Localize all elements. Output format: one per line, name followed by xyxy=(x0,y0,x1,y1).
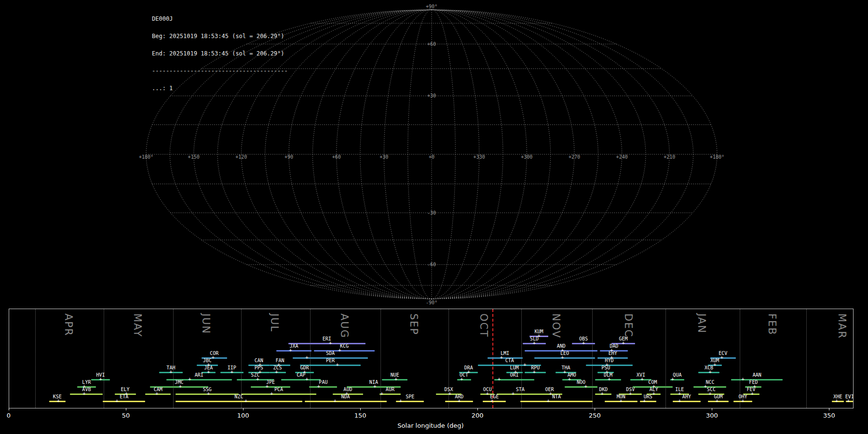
shower-bar-ege xyxy=(483,401,506,402)
shower-peak-xvi: + xyxy=(640,377,644,382)
shower-label-zcs: ZCS xyxy=(273,366,282,370)
shower-label-jbc: JBC xyxy=(203,358,212,363)
shower-label-jpe: JPE xyxy=(266,380,275,385)
map-lon-label: +150 xyxy=(188,154,200,160)
shower-peak-amo: + xyxy=(568,377,571,382)
map-lon-label: +60 xyxy=(332,154,341,160)
month-boundary-line xyxy=(806,309,807,408)
map-lon-label: +120 xyxy=(235,154,247,160)
shower-peak-jmc: + xyxy=(179,384,182,389)
info-block: DE000J Beg: 20251019 18:53:45 (sol = 206… xyxy=(152,4,288,103)
shower-peak-evi: + xyxy=(847,399,850,404)
shower-bar-urs xyxy=(640,401,656,402)
shower-peak-dlm: + xyxy=(608,377,611,382)
shower-label-iip: IIP xyxy=(228,366,236,370)
shower-bar-oct xyxy=(457,379,471,380)
shower-bar-per xyxy=(300,365,361,366)
x-tick-label: 150 xyxy=(354,412,366,419)
map-lon-label: +330 xyxy=(474,154,485,160)
shower-label-nzc: NZC xyxy=(234,394,243,399)
end-time-line: End: 20251019 18:53:45 (sol = 206.29°) xyxy=(152,51,288,56)
x-tick xyxy=(243,408,244,410)
shower-peak-xcb: + xyxy=(708,370,712,375)
shower-peak-ari: + xyxy=(188,377,191,382)
month-label-may: MAY xyxy=(132,313,143,338)
map-lon-label: +30 xyxy=(380,154,388,160)
shower-peak-nzc: + xyxy=(244,399,248,404)
shower-peak-jea: + xyxy=(207,370,210,375)
shower-label-fan: FAN xyxy=(275,358,284,363)
sky-map: +180°+150+120+90+60+30+0+330+300+270+240… xyxy=(0,0,868,309)
shower-label-lyr: LYR xyxy=(82,380,91,385)
shower-label-ahy: AHY xyxy=(682,394,691,399)
shower-label-nue: NUE xyxy=(391,373,399,378)
shower-label-xhe: XHE xyxy=(833,394,842,399)
x-tick xyxy=(829,408,829,410)
shower-peak-cor: + xyxy=(212,355,215,360)
shower-peak-ahy: + xyxy=(678,399,681,404)
x-tick-label: 200 xyxy=(472,412,484,419)
month-label-jun: JUN xyxy=(200,313,212,334)
shower-peak-sta: + xyxy=(512,392,515,396)
shower-peak-iip: + xyxy=(230,370,233,375)
shower-bar-kcg xyxy=(314,350,375,352)
shower-label-rpu: RPU xyxy=(531,366,540,370)
shower-bar-eta xyxy=(103,401,145,402)
begin-time-line: Beg: 20251019 18:53:45 (sol = 206.29°) xyxy=(152,33,288,39)
shower-peak-oct: + xyxy=(460,377,463,382)
activity-chart-plot: APRMAYJUNJULAUGSEPOCTNOVDECJANFEBMAR+KUM… xyxy=(9,309,854,408)
shower-bar-cap xyxy=(281,379,321,380)
x-tick xyxy=(477,408,478,410)
shower-peak-tah: + xyxy=(169,370,173,375)
map-meridian xyxy=(432,10,455,299)
shower-label-gem: GEM xyxy=(619,337,628,341)
shower-peak-rpu: + xyxy=(533,370,536,375)
shower-peak-ile: + xyxy=(678,392,681,396)
shower-label-per: PER xyxy=(326,358,335,363)
shower-label-ege: EGE xyxy=(490,394,499,399)
shower-bar-nta xyxy=(520,401,593,402)
shower-label-dad: DAD xyxy=(610,344,618,349)
shower-peak-lmi: + xyxy=(500,355,503,360)
shower-peak-xhe: + xyxy=(835,399,839,404)
month-label-mar: MAR xyxy=(836,313,848,339)
month-label-dec: DEC xyxy=(623,313,634,338)
x-tick xyxy=(126,408,126,410)
shower-peak-szc: + xyxy=(256,377,259,382)
shower-peak-leo: + xyxy=(561,355,564,360)
shower-peak-aur: + xyxy=(380,392,384,396)
shower-label-com: COM xyxy=(648,380,657,385)
shower-label-xum: XUM xyxy=(710,358,719,363)
shower-peak-scc: + xyxy=(708,392,712,396)
shower-label-kum: KUM xyxy=(535,329,543,334)
shower-peak-nia: + xyxy=(373,384,377,389)
map-pole-label-north: +90° xyxy=(426,4,437,9)
shower-peak-gum: + xyxy=(716,399,719,404)
shower-bar-pau xyxy=(309,386,337,388)
shower-label-dra: DRA xyxy=(464,366,473,370)
shower-label-tah: TAH xyxy=(166,366,175,370)
shower-label-jea: JEA xyxy=(204,366,213,370)
shower-label-cor: COR xyxy=(210,351,218,356)
shower-label-dlm: DLM xyxy=(604,373,612,378)
shower-label-ori: ORI xyxy=(510,373,519,378)
x-tick-label: 0 xyxy=(7,412,11,419)
shower-peak-aan: + xyxy=(741,377,745,382)
x-axis-title: Solar longitude (deg) xyxy=(9,422,853,429)
app-window: +180°+150+120+90+60+30+0+330+300+270+240… xyxy=(0,0,868,434)
shower-label-nda: NDA xyxy=(341,394,350,399)
shower-label-dsx: DSX xyxy=(444,387,453,392)
shower-label-dsv: DSV xyxy=(626,387,635,392)
shower-peak-obs: + xyxy=(582,341,585,346)
shower-peak-ohy: + xyxy=(741,399,745,404)
shower-bar-leo xyxy=(534,357,595,359)
shower-label-kse: KSE xyxy=(53,394,62,399)
shower-label-ehy: EHY xyxy=(609,351,617,356)
map-lat-label: -60 xyxy=(427,262,436,267)
shower-bar-noo xyxy=(565,386,597,388)
shower-peak-nta: + xyxy=(547,399,550,404)
shower-label-pau: PAU xyxy=(319,380,327,385)
shower-label-ile: ILE xyxy=(675,387,684,392)
shower-label-mon: MON xyxy=(617,394,625,399)
shower-peak-nda: + xyxy=(333,399,337,404)
